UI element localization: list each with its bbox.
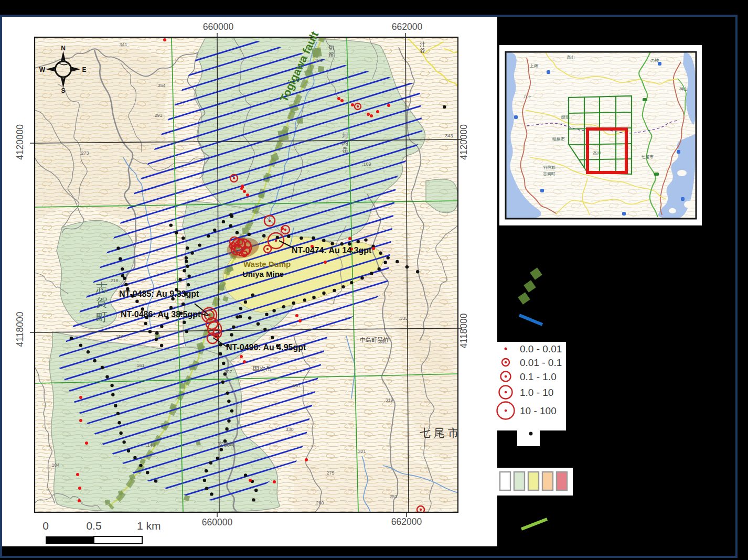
svg-text:岳: 岳: [342, 146, 348, 154]
svg-text:660000: 660000: [203, 21, 234, 32]
svg-text:羽咎郡: 羽咎郡: [543, 165, 555, 170]
svg-text:W: W: [39, 66, 46, 73]
svg-text:七尾市: 七尾市: [641, 155, 654, 159]
svg-text:.275: .275: [325, 470, 335, 476]
svg-text:.260: .260: [315, 500, 324, 505]
svg-text:汁: 汁: [420, 41, 425, 47]
svg-text:4120000: 4120000: [15, 124, 25, 160]
svg-text:因次岳: 因次岳: [253, 365, 272, 372]
svg-text:.218: .218: [109, 278, 119, 283]
svg-text:NT-0490: Au 4.95gpt: NT-0490: Au 4.95gpt: [226, 343, 306, 352]
svg-text:0.1 - 1.0: 0.1 - 1.0: [520, 371, 557, 382]
svg-text:安倹崎: 安倹崎: [218, 441, 235, 447]
svg-text:留: 留: [328, 51, 334, 58]
svg-text:輲島市: 輲島市: [552, 137, 565, 142]
svg-text:志賀町: 志賀町: [543, 171, 555, 176]
svg-text:谷: 谷: [420, 47, 425, 53]
svg-text:0: 0: [42, 520, 49, 532]
svg-text:.343: .343: [444, 133, 453, 138]
svg-text:八ヶ: 八ヶ: [523, 94, 532, 99]
svg-text:.273: .273: [80, 150, 89, 156]
svg-text:.335: .335: [399, 316, 408, 321]
svg-text:.169: .169: [362, 161, 371, 167]
svg-text:0.0 - 0.01: 0.0 - 0.01: [520, 343, 562, 354]
svg-text:.207: .207: [223, 369, 232, 374]
svg-text:切: 切: [328, 45, 334, 51]
svg-text:.293: .293: [153, 113, 163, 118]
svg-text:高山: 高山: [567, 55, 575, 60]
svg-text:.319: .319: [384, 397, 393, 403]
svg-text:Uniya Mine: Uniya Mine: [242, 270, 284, 278]
svg-text:4118000: 4118000: [15, 311, 25, 347]
svg-text:.341: .341: [118, 42, 127, 47]
svg-text:10 - 100: 10 - 100: [520, 405, 557, 416]
svg-text:E: E: [82, 66, 86, 73]
svg-text:の神: の神: [650, 58, 659, 63]
svg-text:NT-0474: Au 14.3gpt: NT-0474: Au 14.3gpt: [292, 246, 372, 255]
svg-text:4120000: 4120000: [458, 124, 469, 160]
svg-text:295: 295: [315, 58, 323, 63]
svg-text:1 km: 1 km: [137, 520, 161, 532]
svg-text:賀: 賀: [96, 296, 108, 309]
svg-text:0.5: 0.5: [86, 520, 101, 532]
svg-text:.163: .163: [114, 334, 124, 339]
svg-text:内: 内: [342, 139, 348, 146]
svg-text:660000: 660000: [202, 517, 233, 527]
svg-text:町: 町: [96, 310, 108, 324]
svg-text:662000: 662000: [391, 516, 422, 527]
svg-text:.321: .321: [357, 449, 366, 454]
svg-text:N: N: [61, 45, 66, 52]
svg-text:0.01 - 0.1: 0.01 - 0.1: [520, 357, 562, 368]
svg-text:NT-0485: Au 9.33gpt: NT-0485: Au 9.33gpt: [119, 289, 199, 298]
svg-text:4118000: 4118000: [458, 313, 469, 348]
svg-text:.354: .354: [156, 83, 166, 88]
svg-text:.330: .330: [284, 427, 294, 432]
svg-text:1.0 - 10: 1.0 - 10: [520, 387, 553, 398]
svg-text:.267: .267: [292, 383, 301, 388]
svg-text:.140: .140: [146, 443, 155, 448]
svg-text:河: 河: [342, 132, 348, 139]
svg-text:上羅: 上羅: [529, 63, 538, 68]
svg-text:NT-0486: Au 38.5gpt: NT-0486: Au 38.5gpt: [121, 310, 201, 319]
svg-text:.331: .331: [378, 339, 387, 344]
svg-text:.104: .104: [50, 462, 60, 468]
svg-text:神山: 神山: [679, 87, 688, 91]
svg-text:Waste Dump: Waste Dump: [243, 260, 291, 268]
svg-text:S: S: [61, 87, 65, 94]
svg-text:七 尾 市: 七 尾 市: [420, 427, 459, 439]
svg-text:志: 志: [96, 281, 108, 294]
svg-text:662000: 662000: [392, 21, 423, 32]
svg-text:.251: .251: [388, 494, 398, 499]
svg-text:.161: .161: [135, 363, 145, 368]
